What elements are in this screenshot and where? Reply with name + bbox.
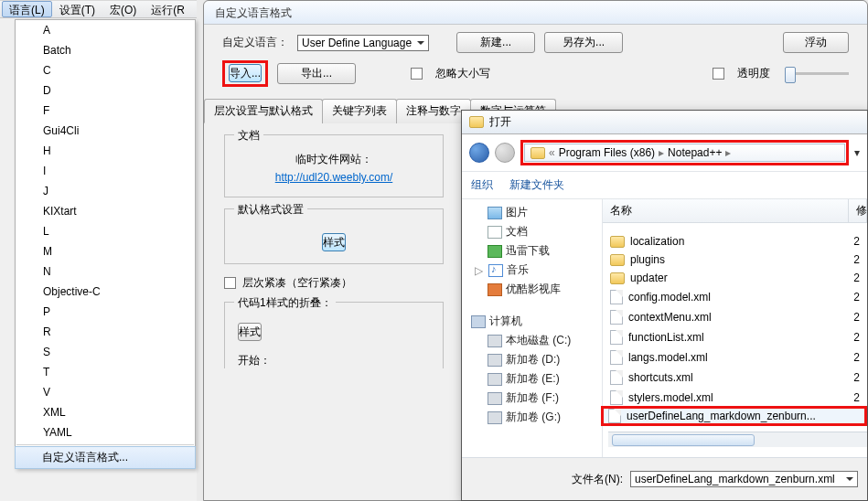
saveas-button[interactable]: 另存为... [544, 32, 623, 53]
compact-checkbox[interactable] [224, 277, 236, 289]
lang-label: 自定义语言： [222, 35, 288, 50]
file-row[interactable]: functionList.xml2 [603, 327, 867, 347]
file-row[interactable]: stylers.model.xml2 [603, 388, 867, 408]
menu-macro[interactable]: 宏(O) [102, 1, 144, 17]
tree-drive-c[interactable]: 本地磁盘 (C:) [464, 331, 600, 350]
file-row[interactable]: shortcuts.xml2 [603, 368, 867, 388]
file-row[interactable]: plugins2 [603, 250, 867, 269]
tree-music[interactable]: ▷音乐 [464, 261, 600, 280]
tree-xunlei[interactable]: 迅雷下载 [464, 241, 600, 261]
col-name[interactable]: 名称 [603, 199, 849, 222]
folder-icon [610, 254, 625, 266]
nav-back-icon[interactable] [469, 143, 489, 163]
file-row[interactable]: localization2 [603, 232, 867, 250]
file-row[interactable]: config.model.xml2 [603, 287, 867, 307]
scroll-thumb[interactable] [612, 434, 755, 446]
tab-keywords[interactable]: 关键字列表 [322, 99, 397, 123]
open-nav: « Program Files (x86) ▸ Notepad++ ▸ ▾ [462, 134, 867, 172]
file-row-selected[interactable]: userDefineLang_markdown_zenburn... [601, 406, 867, 426]
crumb-segment[interactable]: Notepad++ [668, 146, 722, 159]
lang-item[interactable]: J [16, 181, 195, 201]
tree-documents[interactable]: 文档 [464, 222, 600, 241]
import-button[interactable]: 导入... [229, 64, 262, 82]
download-icon [488, 245, 502, 258]
menu-run[interactable]: 运行(R [144, 1, 192, 17]
tree-computer[interactable]: 计算机 [464, 312, 600, 331]
filename-label: 文件名(N): [572, 472, 623, 487]
lang-item[interactable]: C [16, 60, 195, 80]
xml-icon [610, 290, 623, 304]
transparent-checkbox[interactable] [713, 68, 724, 80]
tab-comments[interactable]: 注释与数字 [396, 99, 471, 123]
lang-item[interactable]: N [16, 261, 195, 282]
menu-settings[interactable]: 设置(T) [52, 1, 102, 17]
newfolder-button[interactable]: 新建文件夹 [509, 177, 564, 193]
horizontal-scrollbar[interactable] [608, 432, 867, 447]
drive-icon [488, 373, 502, 386]
tree-drive-d[interactable]: 新加卷 (D:) [464, 350, 600, 369]
xml-icon [610, 310, 623, 325]
lang-item[interactable]: F [16, 101, 195, 121]
xml-icon [610, 350, 623, 365]
new-button[interactable]: 新建... [456, 32, 535, 53]
xml-icon [610, 330, 623, 345]
file-row[interactable]: contextMenu.xml2 [603, 307, 867, 327]
lang-item[interactable]: V [16, 382, 195, 402]
transparent-slider[interactable] [785, 72, 849, 75]
float-button[interactable]: 浮动 [783, 32, 849, 53]
open-title-text: 打开 [489, 114, 511, 130]
tree-video[interactable]: 优酷影视库 [464, 280, 600, 299]
file-row[interactable]: langs.model.xml2 [603, 347, 867, 368]
lang-item-udl[interactable]: 自定义语言格式... [15, 446, 196, 469]
drive-icon [488, 392, 502, 405]
col-modified[interactable]: 修 [849, 199, 867, 222]
doc-label: 文档 [234, 128, 263, 144]
tree-drive-e[interactable]: 新加卷 (E:) [464, 369, 600, 389]
ignore-case-checkbox[interactable] [411, 68, 423, 80]
lang-item[interactable]: T [16, 362, 195, 382]
lang-item[interactable]: Batch [16, 40, 195, 60]
drive-icon [488, 335, 502, 347]
lang-item[interactable]: S [16, 342, 195, 362]
lang-item[interactable]: Gui4Cli [16, 121, 195, 141]
temp-url-link[interactable]: http://udl20.weebly.com/ [275, 171, 393, 184]
file-row[interactable]: updater2 [603, 269, 867, 287]
temp-site-label: 临时文件网站： [238, 152, 430, 167]
lang-item[interactable]: I [16, 161, 195, 181]
tree-drive-g[interactable]: 新加卷 (G:) [464, 408, 600, 427]
breadcrumb-highlight: « Program Files (x86) ▸ Notepad++ ▸ [520, 140, 849, 165]
crumb-segment[interactable]: Program Files (x86) [559, 146, 655, 159]
tab-default[interactable]: 层次设置与默认格式 [204, 99, 323, 123]
organize-button[interactable]: 组织 [471, 177, 493, 193]
doc-group: 文档 临时文件网站： http://udl20.weebly.com/ [224, 134, 444, 197]
import-highlight: 导入... [222, 60, 268, 87]
lang-item[interactable]: Objective-C [16, 282, 195, 302]
lang-item[interactable]: YAML [16, 422, 195, 442]
video-icon [488, 283, 502, 296]
export-button[interactable]: 导出... [277, 63, 356, 84]
lang-item[interactable]: KIXtart [16, 201, 195, 221]
menu-language[interactable]: 语言(L) [2, 1, 52, 17]
lang-item[interactable]: R [16, 322, 195, 342]
style-button[interactable]: 样式 [322, 233, 346, 251]
lang-item[interactable]: L [16, 221, 195, 241]
lang-combo[interactable]: User Define Language [297, 35, 429, 51]
chevron-icon: ▸ [659, 146, 664, 159]
lang-item[interactable]: D [16, 80, 195, 101]
refresh-dropdown[interactable]: ▾ [854, 146, 860, 159]
notepadpp-window: 语言(L) 设置(T) 宏(O) 运行(R A Batch C D F Gui4… [0, 0, 197, 501]
breadcrumb[interactable]: « Program Files (x86) ▸ Notepad++ ▸ [524, 144, 845, 162]
lang-item[interactable]: H [16, 141, 195, 161]
menubar: 语言(L) 设置(T) 宏(O) 运行(R [0, 0, 197, 18]
tree-pictures[interactable]: 图片 [464, 203, 600, 222]
folder-icon [610, 236, 625, 248]
tree-drive-f[interactable]: 新加卷 (F:) [464, 389, 600, 408]
lang-item[interactable]: XML [16, 402, 195, 422]
filename-input[interactable]: userDefineLang_markdown_zenburn.xml [630, 471, 858, 487]
style2-button[interactable]: 样式 [238, 323, 262, 341]
lang-item[interactable]: A [16, 20, 195, 40]
lang-item[interactable]: P [16, 302, 195, 322]
nav-forward-icon[interactable] [495, 143, 515, 163]
expand-icon[interactable]: ▷ [475, 264, 483, 277]
lang-item[interactable]: M [16, 241, 195, 261]
